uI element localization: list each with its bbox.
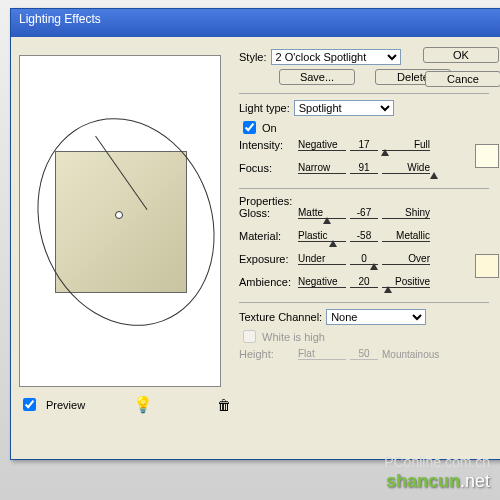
save-button[interactable]: Save... <box>279 69 355 85</box>
gloss-slider[interactable] <box>297 219 442 227</box>
texture-channel-select[interactable]: None <box>326 309 426 325</box>
focus-label: Focus: <box>239 162 294 174</box>
exposure-slider[interactable] <box>297 265 442 273</box>
ambience-color-swatch[interactable] <box>475 254 499 278</box>
white-high-label: White is high <box>262 331 325 343</box>
trash-icon[interactable]: 🗑 <box>217 397 231 413</box>
height-label: Height: <box>239 348 294 360</box>
light-color-swatch[interactable] <box>475 144 499 168</box>
lightbulb-icon[interactable]: 💡 <box>133 395 153 414</box>
light-ellipse[interactable] <box>9 93 243 351</box>
intensity-label: Intensity: <box>239 139 294 151</box>
material-slider[interactable] <box>297 242 442 250</box>
cancel-button[interactable]: Cance <box>425 71 500 87</box>
style-select[interactable]: 2 O'clock Spotlight <box>271 49 401 65</box>
watermark-shancun: shancun.net <box>386 471 490 492</box>
properties-label: Properties: <box>239 195 489 207</box>
preview-label: Preview <box>46 399 85 411</box>
dialog-title: Lighting Effects <box>11 9 500 37</box>
intensity-slider[interactable] <box>297 151 442 159</box>
light-type-label: Light type: <box>239 102 290 114</box>
exposure-label: Exposure: <box>239 253 294 265</box>
ambience-slider[interactable] <box>297 288 442 296</box>
lighting-effects-dialog: Lighting Effects Preview 💡 🗑 Style: 2 O'… <box>10 8 500 460</box>
light-type-select[interactable]: Spotlight <box>294 100 394 116</box>
ok-button[interactable]: OK <box>423 47 499 63</box>
preview-checkbox[interactable] <box>23 398 36 411</box>
on-label: On <box>262 122 277 134</box>
material-label: Material: <box>239 230 294 242</box>
white-high-checkbox <box>243 330 256 343</box>
on-checkbox[interactable] <box>243 121 256 134</box>
gloss-label: Gloss: <box>239 207 294 219</box>
ambience-label: Ambience: <box>239 276 294 288</box>
preview-pane[interactable] <box>19 55 221 387</box>
light-center-handle[interactable] <box>115 211 123 219</box>
focus-slider[interactable] <box>297 174 442 182</box>
watermark-pconline: PConline.com.cn <box>384 454 490 470</box>
texture-channel-label: Texture Channel: <box>239 311 322 323</box>
style-label: Style: <box>239 51 267 63</box>
